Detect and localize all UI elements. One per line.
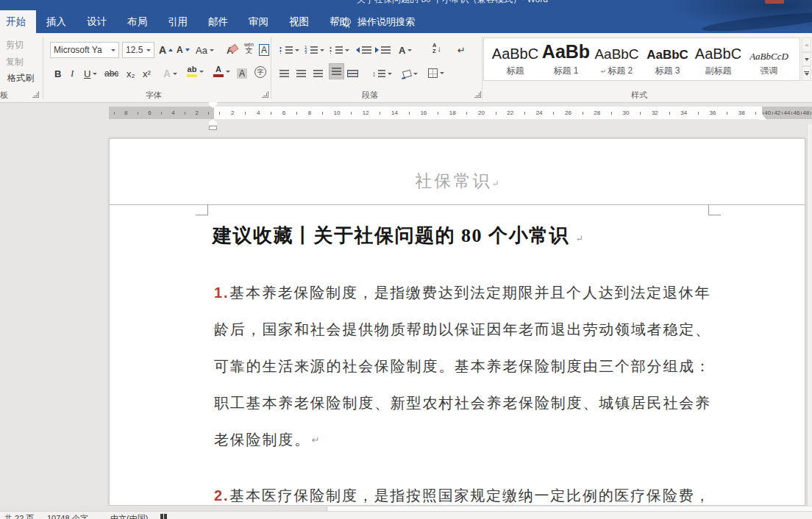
ruler-number: 4 xyxy=(257,110,260,116)
increase-indent-button[interactable] xyxy=(375,42,391,58)
word-count[interactable]: 10748 个字 xyxy=(47,513,88,519)
body-text: 老保险制度。 xyxy=(214,430,310,450)
justify-button[interactable] xyxy=(329,63,344,79)
boxed-a-icon: A xyxy=(259,44,269,56)
styles-scroll-up-button[interactable] xyxy=(802,37,811,52)
styles-group-label: 样式 xyxy=(631,90,647,101)
style-name: 标题 1 xyxy=(553,65,578,77)
page[interactable]: 社保常识↵ 建议收藏丨关于社保问题的 80 个小常识 ↵ 1.基本养老保险制度，… xyxy=(109,138,805,506)
style-副标题[interactable]: AaBbC副标题 xyxy=(693,40,744,80)
superscript-button[interactable]: x² xyxy=(143,65,151,82)
style-sample: AaBbC xyxy=(492,40,538,62)
multilevel-list-button[interactable] xyxy=(330,42,349,58)
font-color-button[interactable]: A xyxy=(213,63,230,79)
phonetic-guide-button[interactable]: wén 文 xyxy=(244,40,254,56)
document-body[interactable]: 1.基本养老保险制度，是指缴费达到法定期限并且个人达到法定退休年龄后，国家和社会… xyxy=(214,274,714,506)
tab-插入[interactable]: 插入 xyxy=(36,10,76,33)
text-effects-button[interactable]: A xyxy=(163,65,177,82)
paragraph-mark-icon: ↵ xyxy=(457,45,466,56)
font-size-combo[interactable]: 12.5 xyxy=(122,42,154,58)
styles-gallery: AaBbC标题AaBb标题 1AaBbC↵标题 2AaBbC标题 3AaBbC副… xyxy=(483,37,800,81)
styles-more-button[interactable] xyxy=(802,66,811,81)
strikethrough-button[interactable]: abc xyxy=(104,65,118,82)
align-right-button[interactable] xyxy=(313,65,323,82)
character-border-button[interactable]: A xyxy=(259,42,269,58)
asian-layout-icon: A xyxy=(399,45,405,56)
ruler-number: 2 xyxy=(231,110,234,116)
bullets-button[interactable] xyxy=(279,42,299,58)
numbering-button[interactable]: 1 2 3 xyxy=(304,42,324,58)
style-name: 强调 xyxy=(761,65,778,77)
style-sample: AaBbCcD xyxy=(749,40,788,62)
tab-设计[interactable]: 设计 xyxy=(76,10,117,33)
tab-审阅[interactable]: 审阅 xyxy=(238,10,279,33)
style-name: 标题 3 xyxy=(655,65,680,77)
grow-font-button[interactable]: A xyxy=(159,42,173,58)
word-window: 关于社保问题的 80 个小常识（兼容模式）- Word 开始插入设计布局引用邮件… xyxy=(0,0,812,519)
ruler-number: 28 xyxy=(594,110,600,116)
font-group-label: 字体 xyxy=(146,90,162,101)
tab-引用[interactable]: 引用 xyxy=(157,10,198,33)
clear-formatting-button[interactable]: A xyxy=(227,42,233,58)
subscript-button[interactable]: x₂ xyxy=(127,65,135,82)
style-标题[interactable]: AaBbC标题 xyxy=(490,40,541,80)
body-text: 龄后，国家和社会提供物质帮助以保证因年老而退出劳动领域者稳定、 xyxy=(214,320,711,340)
language-status[interactable]: 中文(中国) xyxy=(110,513,148,519)
horizontal-scrollbar[interactable] xyxy=(0,506,812,511)
ruler-number: 32 xyxy=(652,110,658,116)
sort-button[interactable]: AZ ↓ xyxy=(432,40,441,57)
sort-icon: AZ xyxy=(432,43,436,54)
list-number: 1. xyxy=(214,284,229,301)
ruler-left-margin: 8642 xyxy=(109,107,214,119)
character-shading-button[interactable]: A xyxy=(237,65,247,82)
shrink-font-button[interactable]: A xyxy=(177,42,190,58)
italic-button[interactable]: I xyxy=(71,65,74,82)
align-center-button[interactable] xyxy=(296,65,306,82)
style-标题 3[interactable]: AaBbC标题 3 xyxy=(642,40,693,80)
borders-button[interactable] xyxy=(428,65,444,81)
asian-layout-button[interactable]: A xyxy=(399,42,412,58)
bold-button[interactable]: B xyxy=(54,65,61,82)
chevron-down-icon xyxy=(388,73,392,75)
left-indent-marker[interactable] xyxy=(209,126,217,130)
clipboard-dialog-launcher[interactable] xyxy=(32,91,39,98)
tab-开始[interactable]: 开始 xyxy=(0,10,36,33)
highlight-button[interactable]: ab xyxy=(187,63,204,79)
horizontal-ruler[interactable]: 8642 2468101214161820222426283032343638 … xyxy=(0,107,812,119)
paragraph-dialog-launcher[interactable] xyxy=(474,91,481,98)
decrease-indent-button[interactable] xyxy=(356,42,371,58)
tab-布局[interactable]: 布局 xyxy=(117,10,157,33)
show-marks-button[interactable]: ↵ xyxy=(457,42,466,58)
line-spacing-button[interactable]: ↕ xyxy=(372,65,392,82)
font-dialog-launcher[interactable] xyxy=(262,91,268,98)
copy-button[interactable]: 复制 xyxy=(6,56,24,68)
ruler-number: 24 xyxy=(536,110,543,116)
chevron-down-icon xyxy=(93,73,97,75)
distribute-button[interactable] xyxy=(347,65,358,82)
tab-邮件[interactable]: 邮件 xyxy=(198,10,238,33)
underline-button[interactable]: U xyxy=(84,65,97,82)
style-标题 1[interactable]: AaBb标题 1 xyxy=(541,40,591,80)
font-name-combo[interactable]: Microsoft Ya xyxy=(50,42,119,58)
lightbulb-icon xyxy=(343,18,351,26)
style-强调[interactable]: AaBbCcD强调 xyxy=(744,40,794,80)
style-标题 2[interactable]: AaBbC↵标题 2 xyxy=(591,40,642,80)
change-case-button[interactable]: Aa xyxy=(196,42,214,58)
enclose-characters-button[interactable]: 字 xyxy=(254,64,266,80)
page-count[interactable]: 共 22 页 xyxy=(4,513,34,519)
ruler-number: 14 xyxy=(391,110,398,116)
chevron-down-icon xyxy=(199,71,204,73)
tell-me-search[interactable]: 操作说明搜索 xyxy=(343,10,415,33)
styles-scroll-down-button[interactable] xyxy=(802,52,811,67)
titlebar-red-badge xyxy=(765,0,784,4)
vertical-scrollbar[interactable] xyxy=(807,125,812,506)
ruler-number: 46 xyxy=(794,110,800,116)
tell-me-label: 操作说明搜索 xyxy=(357,15,415,29)
tab-视图[interactable]: 视图 xyxy=(279,10,319,33)
format-painter-button[interactable]: 格式刷 xyxy=(7,72,34,85)
align-left-button[interactable] xyxy=(279,65,289,82)
ruler-number: 36 xyxy=(710,110,716,116)
ruler-number: 6 xyxy=(282,110,285,116)
cut-button[interactable]: 剪切 xyxy=(6,39,24,51)
shading-button[interactable] xyxy=(403,65,418,82)
